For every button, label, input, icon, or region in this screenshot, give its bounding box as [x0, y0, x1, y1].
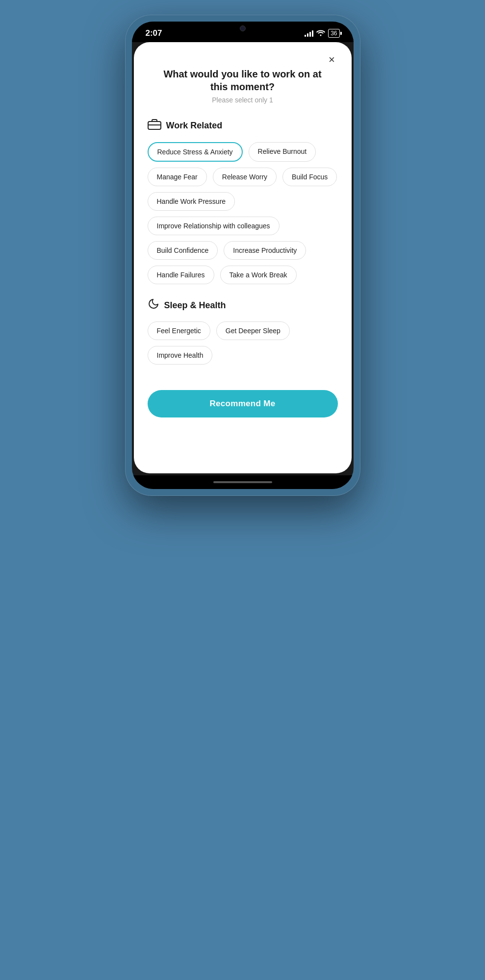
battery-icon: 36 [328, 29, 339, 38]
category-work-related: Work Related Reduce Stress & Anxiety Rel… [148, 118, 338, 284]
category-header-sleep: Sleep & Health [148, 298, 338, 313]
tag-release-worry[interactable]: Release Worry [213, 168, 277, 186]
sleep-tags-container: Feel Energetic Get Deeper Sleep Improve … [148, 321, 338, 365]
tag-relieve-burnout[interactable]: Relieve Burnout [249, 142, 316, 162]
notch-camera [240, 25, 246, 31]
modal-subtitle: Please select only 1 [148, 96, 338, 104]
tag-increase-productivity[interactable]: Increase Productivity [224, 241, 306, 260]
tag-reduce-stress[interactable]: Reduce Stress & Anxiety [148, 142, 243, 162]
category-header-work: Work Related [148, 118, 338, 133]
tag-build-confidence[interactable]: Build Confidence [148, 241, 218, 260]
tag-improve-health[interactable]: Improve Health [148, 346, 213, 365]
moon-icon [148, 298, 159, 313]
signal-icon [305, 30, 313, 37]
tag-improve-relationship[interactable]: Improve Relationship with colleagues [148, 217, 280, 235]
tag-build-focus[interactable]: Build Focus [282, 168, 337, 186]
work-tags-container: Reduce Stress & Anxiety Relieve Burnout … [148, 142, 338, 284]
status-time: 2:07 [146, 28, 162, 38]
category-sleep-health: Sleep & Health Feel Energetic Get Deeper… [148, 298, 338, 365]
tag-feel-energetic[interactable]: Feel Energetic [148, 321, 210, 340]
tag-handle-work-pressure[interactable]: Handle Work Pressure [148, 192, 235, 211]
home-indicator-bar [213, 481, 272, 483]
tag-get-deeper-sleep[interactable]: Get Deeper Sleep [216, 321, 290, 340]
category-title-sleep: Sleep & Health [164, 300, 226, 311]
tag-manage-fear[interactable]: Manage Fear [148, 168, 207, 186]
wifi-icon [316, 29, 325, 38]
modal-title: What would you like to work on at this m… [148, 68, 338, 93]
battery-level: 36 [331, 30, 337, 37]
home-indicator-area [132, 475, 354, 489]
phone-frame: 2:07 36 [125, 15, 360, 496]
close-button[interactable]: × [323, 51, 341, 69]
status-bar: 2:07 36 [132, 22, 354, 42]
tag-take-work-break[interactable]: Take a Work Break [220, 266, 297, 284]
category-title-work: Work Related [166, 121, 223, 131]
phone-screen: 2:07 36 [132, 22, 354, 489]
status-icons: 36 [305, 29, 339, 38]
modal-content: × What would you like to work on at this… [134, 42, 352, 473]
notch [211, 22, 275, 37]
briefcase-icon [148, 118, 161, 133]
recommend-button[interactable]: Recommend Me [148, 390, 338, 417]
tag-handle-failures[interactable]: Handle Failures [148, 266, 214, 284]
